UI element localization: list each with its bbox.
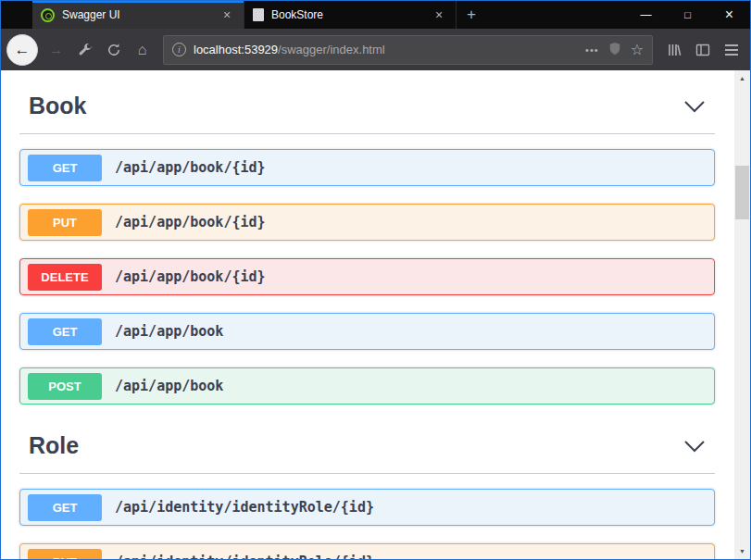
url-bar[interactable]: i localhost:53929/swagger/index.html •••… — [163, 35, 653, 65]
refresh-button[interactable] — [100, 36, 127, 63]
method-badge: PUT — [28, 209, 102, 236]
home-button[interactable]: ⌂ — [129, 36, 156, 63]
url-path: /swagger/index.html — [278, 43, 385, 56]
method-badge: GET — [28, 494, 102, 521]
operation-path: /api/app/book — [115, 378, 223, 394]
operation-row[interactable]: GET /api/app/book — [19, 313, 715, 350]
operation-row[interactable]: POST /api/app/book — [19, 367, 715, 404]
operation-path: /api/identity/identityRole/{id} — [115, 554, 374, 559]
operation-path: /api/identity/identityRole/{id} — [115, 499, 374, 516]
operation-row[interactable]: DELETE /api/app/book/{id} — [19, 258, 715, 295]
wrench-icon[interactable] — [71, 36, 98, 63]
operation-list: GET /api/identity/identityRole/{id} PUT … — [19, 489, 715, 559]
url-actions: ••• ☆ — [585, 41, 644, 58]
operation-path: /api/app/book/{id} — [115, 268, 266, 285]
close-tab-icon[interactable]: × — [431, 7, 447, 22]
chevron-down-icon[interactable] — [683, 440, 706, 453]
section-header[interactable]: Book — [19, 89, 715, 134]
method-badge: GET — [28, 318, 102, 345]
scrollbar-thumb[interactable] — [735, 166, 749, 219]
tab-title: Swagger UI — [62, 8, 211, 21]
page-favicon-icon — [253, 8, 264, 21]
operation-list: GET /api/app/book/{id} PUT /api/app/book… — [19, 149, 715, 404]
section-header[interactable]: Role — [19, 429, 715, 474]
swagger-favicon-icon — [41, 8, 55, 22]
maximize-button[interactable]: □ — [667, 1, 708, 29]
method-badge: POST — [28, 373, 102, 400]
page-content: Book GET /api/app/book/{id} PUT /api/app… — [1, 70, 750, 559]
url-text: localhost:53929/swagger/index.html — [194, 43, 578, 56]
operation-row[interactable]: GET /api/app/book/{id} — [19, 149, 715, 186]
scroll-up-icon[interactable]: ▲ — [734, 70, 750, 86]
shield-icon[interactable] — [608, 42, 621, 58]
close-tab-icon[interactable]: × — [219, 7, 235, 22]
titlebar-spacer — [1, 1, 32, 29]
method-badge: PUT — [28, 549, 102, 560]
bookmark-star-icon[interactable]: ☆ — [631, 41, 644, 58]
operation-path: /api/app/book — [115, 323, 223, 340]
tab-bookstore[interactable]: BookStore × — [244, 1, 457, 29]
page-actions-icon[interactable]: ••• — [585, 44, 599, 56]
operation-path: /api/app/book/{id} — [115, 214, 266, 230]
window-controls: — □ × — [625, 1, 750, 29]
section-title: Book — [29, 93, 87, 119]
close-window-button[interactable]: × — [708, 1, 750, 29]
library-icon[interactable] — [660, 36, 687, 63]
browser-window: Swagger UI × BookStore × + — □ × ← → ⌂ i — [0, 0, 751, 560]
minimize-button[interactable]: — — [625, 1, 667, 29]
back-arrow-icon: ← — [15, 41, 31, 59]
hamburger-lines — [725, 44, 738, 56]
api-section: Book GET /api/app/book/{id} PUT /api/app… — [19, 89, 715, 404]
vertical-scrollbar[interactable]: ▲ ▼ — [734, 70, 750, 559]
method-badge: GET — [28, 155, 102, 181]
back-button[interactable]: ← — [6, 34, 38, 66]
menu-hamburger-icon[interactable] — [718, 36, 745, 63]
navigation-toolbar: ← → ⌂ i localhost:53929/swagger/index.ht… — [1, 29, 750, 70]
sidebar-toggle-icon[interactable] — [689, 36, 716, 63]
url-host: localhost:53929 — [194, 43, 278, 56]
operation-row[interactable]: PUT /api/app/book/{id} — [19, 204, 715, 241]
scroll-down-icon[interactable]: ▼ — [734, 543, 750, 559]
section-title: Role — [29, 432, 79, 459]
tab-title: BookStore — [271, 8, 423, 21]
swagger-sections: Book GET /api/app/book/{id} PUT /api/app… — [1, 70, 734, 559]
method-badge: DELETE — [28, 264, 102, 291]
api-section: Role GET /api/identity/identityRole/{id}… — [19, 429, 715, 559]
tab-bar: Swagger UI × BookStore × + — □ × — [1, 1, 750, 29]
operation-row[interactable]: GET /api/identity/identityRole/{id} — [19, 489, 715, 526]
chevron-down-icon[interactable] — [683, 100, 706, 113]
tab-swagger-ui[interactable]: Swagger UI × — [32, 1, 244, 29]
operation-row[interactable]: PUT /api/identity/identityRole/{id} — [19, 543, 715, 559]
forward-button[interactable]: → — [43, 36, 69, 63]
operation-path: /api/app/book/{id} — [115, 159, 266, 176]
info-icon[interactable]: i — [172, 43, 186, 56]
new-tab-button[interactable]: + — [457, 1, 486, 29]
